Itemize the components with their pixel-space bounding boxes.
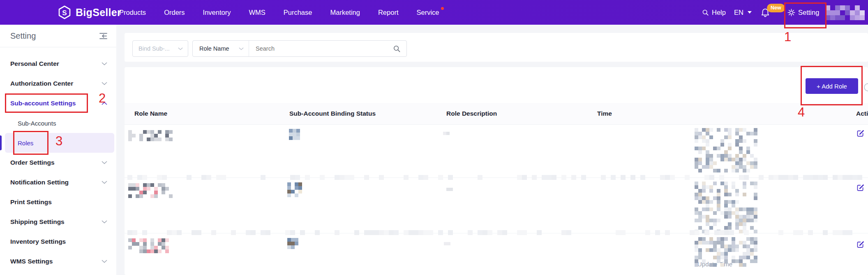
sidebar-item-order-settings[interactable]: Order Settings [0,153,116,172]
filter-bar: Bind Sub-... Role Name [125,33,868,62]
nav-menu: Products Orders Inventory WMS Purchase M… [119,0,439,25]
column-binding-status: Sub-Account Binding Status [289,103,376,124]
redacted-description-row3 [444,242,450,245]
sidebar-item-notification-setting[interactable]: Notification Setting [0,172,116,192]
sidebar-item-shipping-settings[interactable]: Shipping Settings [0,212,116,232]
chevron-down-icon [178,47,183,50]
sidebar-title: Setting [10,31,36,41]
redacted-binding-row2 [287,182,302,197]
chevron-down-icon [102,181,107,184]
help-button[interactable]: Help [702,0,726,25]
notifications-button[interactable] [761,0,770,25]
app-window: S BigSeller Products Orders Inventory WM… [0,0,868,275]
nav-item-inventory[interactable]: Inventory [203,9,231,16]
settings-sidebar: Setting Personal Center Authorization Ce… [0,25,116,275]
brand-logo[interactable]: S BigSeller [58,0,121,25]
chevron-down-icon [102,62,107,65]
add-role-button[interactable]: + Add Role [806,78,858,94]
collapse-sidebar-icon[interactable] [99,33,108,41]
sidebar-item-print-settings[interactable]: Print Settings [0,192,116,212]
brand-name: BigSeller [76,7,121,19]
column-time: Time [597,103,612,124]
redacted-row-boundary [127,230,862,235]
sidebar-header: Setting [0,25,116,47]
chevron-down-icon [102,161,107,164]
sidebar-item-personal-center[interactable]: Personal Center [0,54,116,74]
logo-icon: S [58,5,72,19]
sidebar-item-sub-account-settings[interactable]: Sub-account Settings [0,93,116,113]
user-account-redacted[interactable] [825,5,865,20]
nav-item-report[interactable]: Report [378,9,399,16]
setting-nav-button[interactable]: Setting [787,0,819,25]
redacted-role-name-row1 [128,130,173,141]
bind-sub-account-select[interactable]: Bind Sub-... [132,40,188,57]
redacted-time-row2 [695,182,757,233]
svg-text:S: S [62,9,67,17]
chevron-down-icon [239,47,244,50]
sidebar-item-roles[interactable]: Roles [5,133,114,153]
language-selector[interactable]: EN [734,0,752,25]
column-action: Action [856,103,868,124]
redacted-description-row2 [446,188,453,191]
redacted-binding-row1 [289,129,300,140]
sidebar-item-wms-settings[interactable]: WMS Settings [0,252,116,271]
redacted-description-row1 [443,132,450,135]
sidebar-item-authorization-center[interactable]: Authorization Center [0,74,116,93]
new-badge: New [767,4,785,12]
edit-role-button[interactable] [856,183,865,193]
nav-item-products[interactable]: Products [119,9,146,16]
redacted-time-row1 [695,128,757,172]
search-input[interactable] [249,41,393,56]
edit-role-button[interactable] [856,240,865,250]
sidebar-menu: Personal Center Authorization Center Sub… [0,54,116,271]
caret-down-icon [748,11,752,14]
question-circle-icon[interactable] [864,83,868,91]
red-dot-icon [441,7,444,10]
search-type-select[interactable]: Role Name [193,41,249,56]
chevron-down-icon [102,220,107,224]
column-role-description: Role Description [446,103,497,124]
table-header: Role Name Sub-Account Binding Status Rol… [125,103,868,125]
column-role-name: Role Name [134,103,167,124]
chevron-up-icon [102,102,107,105]
chevron-down-icon [102,260,107,263]
nav-item-service[interactable]: Service [416,9,439,16]
nav-item-orders[interactable]: Orders [164,9,185,16]
redacted-time-row3 [695,237,757,267]
nav-item-marketing[interactable]: Marketing [330,9,360,16]
search-input-group: Role Name [192,40,407,57]
gear-icon [787,9,795,16]
active-item-indicator [0,135,2,150]
sidebar-item-sub-accounts[interactable]: Sub-Accounts [0,113,116,133]
redacted-row-boundary [127,175,862,180]
redacted-role-name-row3 [128,238,169,253]
redacted-binding-row3 [287,238,298,249]
edit-role-button[interactable] [856,129,865,139]
nav-item-wms[interactable]: WMS [249,9,265,16]
top-nav-bar: S BigSeller Products Orders Inventory WM… [0,0,868,25]
redacted-role-name-row2 [128,183,173,198]
sidebar-item-inventory-settings[interactable]: Inventory Settings [0,232,116,252]
magnifier-icon[interactable] [393,45,406,53]
search-icon [702,9,709,16]
nav-item-purchase[interactable]: Purchase [284,9,312,16]
chevron-down-icon [102,82,107,85]
